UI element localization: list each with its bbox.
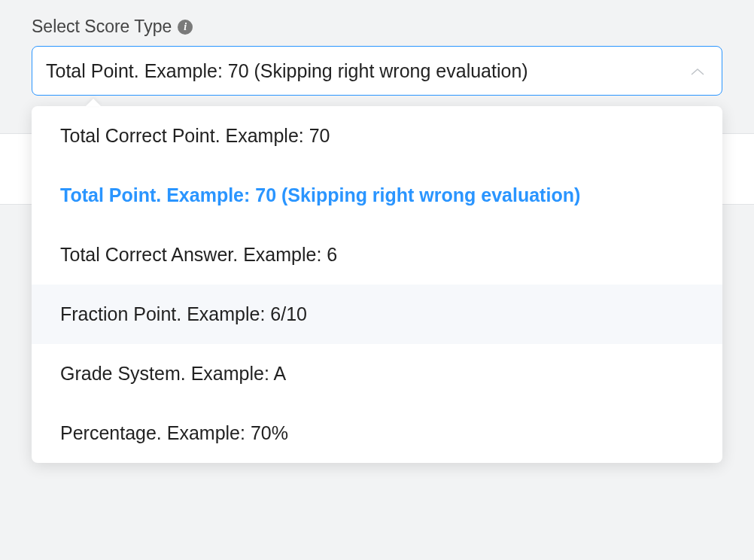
score-type-select[interactable]: Total Point. Example: 70 (Skipping right… (32, 46, 722, 96)
form-container: Select Score Type i Total Point. Example… (0, 0, 754, 96)
selected-value-text: Total Point. Example: 70 (Skipping right… (46, 60, 528, 82)
chevron-up-icon (690, 66, 705, 75)
option-fraction-point[interactable]: Fraction Point. Example: 6/10 (32, 285, 722, 344)
option-total-correct-point[interactable]: Total Correct Point. Example: 70 (32, 106, 722, 166)
option-total-correct-answer[interactable]: Total Correct Answer. Example: 6 (32, 225, 722, 285)
option-percentage[interactable]: Percentage. Example: 70% (32, 403, 722, 463)
field-label: Select Score Type (32, 17, 172, 37)
label-row: Select Score Type i (32, 17, 722, 37)
option-grade-system[interactable]: Grade System. Example: A (32, 344, 722, 403)
info-icon[interactable]: i (178, 20, 193, 35)
dropdown-panel: Total Correct Point. Example: 70 Total P… (32, 106, 722, 463)
option-total-point-skip[interactable]: Total Point. Example: 70 (Skipping right… (32, 166, 722, 225)
dropdown-arrow (86, 99, 101, 106)
